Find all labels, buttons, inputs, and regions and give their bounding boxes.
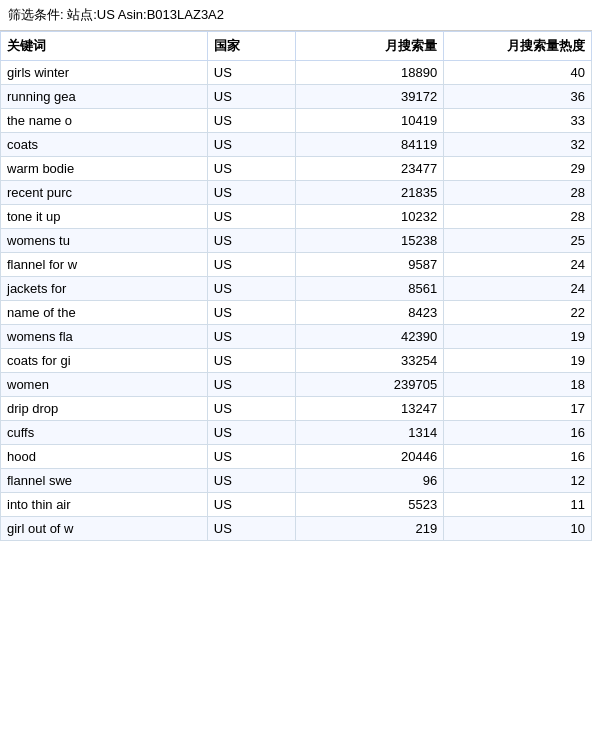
table-row: warm bodieUS2347729 <box>1 157 592 181</box>
cell-keyword: flannel for w <box>1 253 208 277</box>
header-monthly: 月搜索量 <box>296 32 444 61</box>
cell-country: US <box>207 325 296 349</box>
cell-monthly: 18890 <box>296 61 444 85</box>
cell-country: US <box>207 445 296 469</box>
cell-monthly: 39172 <box>296 85 444 109</box>
cell-keyword: the name o <box>1 109 208 133</box>
cell-monthly: 84119 <box>296 133 444 157</box>
cell-country: US <box>207 157 296 181</box>
cell-monthly: 5523 <box>296 493 444 517</box>
cell-monthly: 33254 <box>296 349 444 373</box>
cell-country: US <box>207 181 296 205</box>
cell-keyword: girl out of w <box>1 517 208 541</box>
cell-country: US <box>207 205 296 229</box>
cell-keyword: womens tu <box>1 229 208 253</box>
cell-monthly: 42390 <box>296 325 444 349</box>
cell-heat: 18 <box>444 373 592 397</box>
cell-country: US <box>207 229 296 253</box>
table-row: running geaUS3917236 <box>1 85 592 109</box>
cell-monthly: 23477 <box>296 157 444 181</box>
cell-keyword: flannel swe <box>1 469 208 493</box>
cell-monthly: 239705 <box>296 373 444 397</box>
cell-heat: 25 <box>444 229 592 253</box>
cell-monthly: 8561 <box>296 277 444 301</box>
cell-country: US <box>207 493 296 517</box>
cell-monthly: 13247 <box>296 397 444 421</box>
cell-heat: 40 <box>444 61 592 85</box>
table-row: into thin airUS552311 <box>1 493 592 517</box>
cell-keyword: cuffs <box>1 421 208 445</box>
table-row: womens flaUS4239019 <box>1 325 592 349</box>
cell-keyword: warm bodie <box>1 157 208 181</box>
cell-country: US <box>207 133 296 157</box>
header-keyword: 关键词 <box>1 32 208 61</box>
cell-country: US <box>207 109 296 133</box>
cell-monthly: 9587 <box>296 253 444 277</box>
cell-heat: 33 <box>444 109 592 133</box>
table-row: girl out of wUS21910 <box>1 517 592 541</box>
cell-keyword: coats <box>1 133 208 157</box>
cell-heat: 28 <box>444 181 592 205</box>
cell-keyword: hood <box>1 445 208 469</box>
table-row: hoodUS2044616 <box>1 445 592 469</box>
cell-heat: 29 <box>444 157 592 181</box>
header-country: 国家 <box>207 32 296 61</box>
table-row: coatsUS8411932 <box>1 133 592 157</box>
table-row: flannel for wUS958724 <box>1 253 592 277</box>
cell-country: US <box>207 61 296 85</box>
cell-country: US <box>207 397 296 421</box>
cell-keyword: into thin air <box>1 493 208 517</box>
cell-monthly: 10419 <box>296 109 444 133</box>
cell-monthly: 15238 <box>296 229 444 253</box>
cell-heat: 11 <box>444 493 592 517</box>
cell-monthly: 21835 <box>296 181 444 205</box>
cell-monthly: 219 <box>296 517 444 541</box>
cell-keyword: recent purc <box>1 181 208 205</box>
cell-monthly: 96 <box>296 469 444 493</box>
table-row: cuffsUS131416 <box>1 421 592 445</box>
cell-country: US <box>207 517 296 541</box>
filter-label: 筛选条件: 站点:US Asin:B013LAZ3A2 <box>8 7 224 22</box>
cell-heat: 10 <box>444 517 592 541</box>
cell-keyword: girls winter <box>1 61 208 85</box>
cell-country: US <box>207 253 296 277</box>
cell-heat: 16 <box>444 445 592 469</box>
cell-keyword: womens fla <box>1 325 208 349</box>
keywords-table: 关键词 国家 月搜索量 月搜索量热度 girls winterUS1889040… <box>0 31 592 541</box>
cell-country: US <box>207 373 296 397</box>
cell-country: US <box>207 349 296 373</box>
table-header-row: 关键词 国家 月搜索量 月搜索量热度 <box>1 32 592 61</box>
cell-heat: 16 <box>444 421 592 445</box>
table-row: recent purcUS2183528 <box>1 181 592 205</box>
cell-heat: 22 <box>444 301 592 325</box>
cell-keyword: coats for gi <box>1 349 208 373</box>
table-row: tone it upUS1023228 <box>1 205 592 229</box>
header-heat: 月搜索量热度 <box>444 32 592 61</box>
cell-country: US <box>207 277 296 301</box>
cell-heat: 32 <box>444 133 592 157</box>
table-row: jackets forUS856124 <box>1 277 592 301</box>
cell-monthly: 1314 <box>296 421 444 445</box>
cell-heat: 19 <box>444 325 592 349</box>
table-row: flannel sweUS9612 <box>1 469 592 493</box>
table-row: drip dropUS1324717 <box>1 397 592 421</box>
table-row: womens tuUS1523825 <box>1 229 592 253</box>
table-row: womenUS23970518 <box>1 373 592 397</box>
cell-heat: 24 <box>444 277 592 301</box>
cell-country: US <box>207 85 296 109</box>
table-row: coats for giUS3325419 <box>1 349 592 373</box>
cell-heat: 17 <box>444 397 592 421</box>
table-row: the name oUS1041933 <box>1 109 592 133</box>
cell-keyword: women <box>1 373 208 397</box>
cell-monthly: 8423 <box>296 301 444 325</box>
table-row: girls winterUS1889040 <box>1 61 592 85</box>
cell-heat: 19 <box>444 349 592 373</box>
table-row: name of theUS842322 <box>1 301 592 325</box>
cell-country: US <box>207 301 296 325</box>
cell-monthly: 10232 <box>296 205 444 229</box>
cell-heat: 36 <box>444 85 592 109</box>
cell-keyword: jackets for <box>1 277 208 301</box>
cell-heat: 24 <box>444 253 592 277</box>
cell-monthly: 20446 <box>296 445 444 469</box>
cell-country: US <box>207 469 296 493</box>
